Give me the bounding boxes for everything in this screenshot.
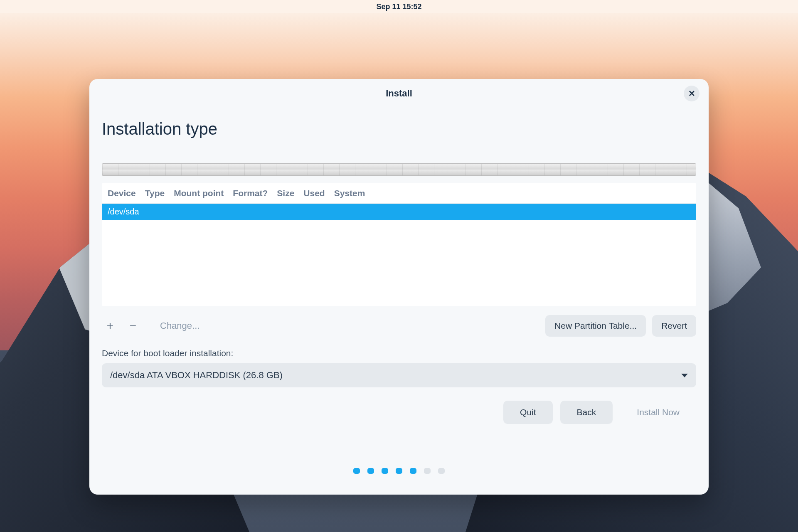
col-system[interactable]: System [334, 188, 365, 198]
close-icon: ✕ [688, 89, 695, 99]
progress-dot [353, 468, 360, 474]
dialog-title-text: Install [386, 88, 412, 99]
col-format[interactable]: Format? [233, 188, 268, 198]
col-type[interactable]: Type [145, 188, 165, 198]
add-partition-button[interactable]: + [102, 319, 118, 332]
quit-button[interactable]: Quit [503, 401, 553, 424]
partition-toolbar: + − Change... New Partition Table... Rev… [102, 315, 696, 337]
back-button[interactable]: Back [560, 401, 613, 424]
chevron-down-icon [681, 374, 688, 377]
page-title: Installation type [102, 120, 696, 138]
table-row[interactable]: /dev/sda [102, 204, 696, 220]
progress-dot [410, 468, 416, 474]
partition-table: Device Type Mount point Format? Size Use… [102, 183, 696, 306]
col-device[interactable]: Device [108, 188, 136, 198]
clock[interactable]: Sep 11 15:52 [376, 2, 421, 11]
bootloader-label: Device for boot loader installation: [102, 348, 696, 358]
progress-dot [396, 468, 402, 474]
progress-dot [367, 468, 374, 474]
partition-visual-bar[interactable] [102, 163, 696, 176]
change-partition-button[interactable]: Change... [160, 320, 200, 331]
progress-indicator [102, 468, 696, 482]
col-mount[interactable]: Mount point [174, 188, 224, 198]
install-now-button[interactable]: Install Now [620, 401, 696, 424]
revert-button[interactable]: Revert [652, 315, 696, 337]
progress-dot [438, 468, 445, 474]
col-used[interactable]: Used [303, 188, 325, 198]
close-button[interactable]: ✕ [684, 86, 699, 101]
bootloader-device-select[interactable]: /dev/sda ATA VBOX HARDDISK (26.8 GB) [102, 363, 696, 387]
new-partition-table-button[interactable]: New Partition Table... [545, 315, 646, 337]
progress-dot [424, 468, 431, 474]
dialog-titlebar: Install ✕ [102, 88, 696, 99]
topbar: Sep 11 15:52 [0, 0, 798, 13]
footer-actions: Quit Back Install Now [102, 401, 696, 424]
row-device-value: /dev/sda [108, 207, 139, 216]
remove-partition-button[interactable]: − [125, 319, 141, 332]
install-dialog: Install ✕ Installation type Device Type … [89, 79, 709, 495]
col-size[interactable]: Size [277, 188, 294, 198]
bootloader-selected-value: /dev/sda ATA VBOX HARDDISK (26.8 GB) [110, 370, 283, 381]
progress-dot [382, 468, 388, 474]
table-header: Device Type Mount point Format? Size Use… [102, 183, 696, 204]
